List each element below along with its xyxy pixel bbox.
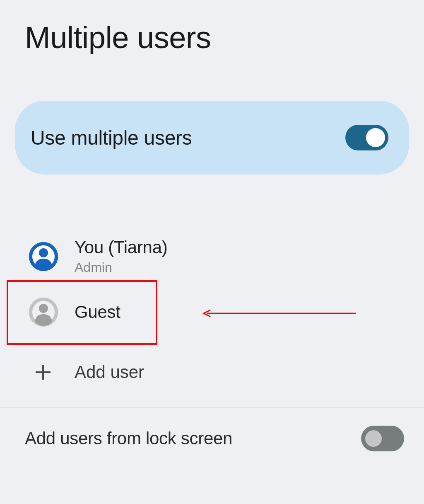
svg-point-2 [39, 248, 48, 257]
avatar-icon [29, 242, 58, 271]
add-user-label: Add user [75, 362, 144, 382]
avatar-icon [29, 298, 58, 327]
switch-thumb-icon [365, 430, 382, 447]
user-subtitle: Admin [75, 260, 167, 275]
lock-screen-label: Add users from lock screen [25, 429, 232, 448]
use-multiple-users-card[interactable]: Use multiple users [15, 101, 409, 174]
switch-thumb-icon [366, 128, 385, 147]
user-title: Guest [75, 302, 120, 322]
user-title: You (Tiarna) [75, 237, 167, 257]
use-multiple-users-switch[interactable] [345, 125, 388, 150]
user-list: You (Tiarna) Admin Guest [0, 228, 424, 395]
add-users-from-lock-screen-row[interactable]: Add users from lock screen [0, 407, 424, 451]
add-user-row[interactable]: Add user [0, 350, 424, 395]
guest-user-row[interactable]: Guest [0, 284, 424, 340]
add-users-lock-screen-switch[interactable] [361, 426, 404, 451]
current-user-row[interactable]: You (Tiarna) Admin [0, 228, 424, 284]
svg-point-6 [39, 304, 48, 313]
use-multiple-users-label: Use multiple users [31, 126, 192, 149]
plus-icon [33, 362, 53, 382]
page-title: Multiple users [0, 0, 424, 55]
